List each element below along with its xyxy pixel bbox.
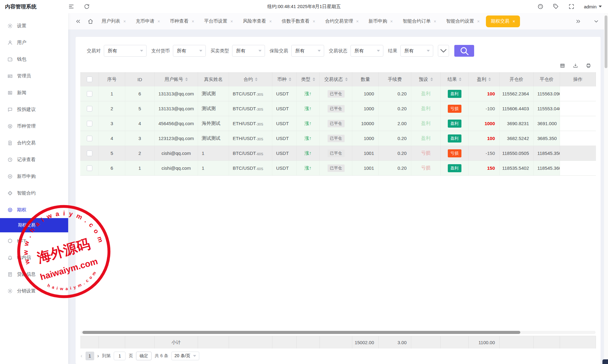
vertical-scrollbar-thumb[interactable] [605, 15, 607, 68]
column-header-status[interactable]: 交易状态 [320, 72, 352, 86]
confirm-button[interactable]: 确定 [136, 352, 152, 360]
sort-icon[interactable] [345, 77, 348, 81]
sort-icon[interactable] [459, 77, 461, 81]
collapse-sidebar-icon[interactable] [68, 3, 74, 10]
tab-platform-coin[interactable]: 平台币设置× [199, 15, 238, 27]
column-header-profit[interactable]: 盈利 [469, 72, 500, 86]
prev-page-button[interactable]: ‹ [81, 353, 82, 359]
column-header-account[interactable]: 用户账号 [155, 72, 198, 86]
admin-dropdown[interactable]: admin [584, 4, 602, 9]
sidebar-item-new-coin[interactable]: 新币申购 [0, 168, 68, 185]
close-tab-icon[interactable]: × [123, 19, 126, 24]
sidebar-item-news[interactable]: 新闻 [0, 84, 68, 101]
sort-icon[interactable] [185, 77, 188, 81]
back-to-top-corner[interactable] [602, 359, 608, 364]
tab-multiplier-view[interactable]: 倍数手数查看× [277, 15, 320, 27]
sidebar-item-users[interactable]: 用户 [0, 34, 68, 51]
sort-icon[interactable] [488, 77, 491, 81]
row-checkbox[interactable] [87, 136, 92, 141]
horizontal-scrollbar-thumb[interactable] [82, 331, 520, 334]
tabs-menu-icon[interactable] [593, 18, 599, 24]
sidebar-item-coin-manage[interactable]: 币种管理 [0, 118, 68, 134]
tab-option-trade[interactable]: 期权交易× [486, 15, 520, 27]
account-cell: 123123@qq.com [158, 136, 194, 141]
currency-cell: USDT [276, 121, 289, 126]
page-size-select[interactable]: 20 条/页 [171, 352, 199, 360]
page-jump-input[interactable]: 1 [114, 352, 126, 360]
sidebar-item-admin[interactable]: 管理员 [0, 68, 68, 84]
column-header-type[interactable]: 类型 [297, 72, 320, 86]
tab-contract-manage[interactable]: 合约交易管理× [320, 15, 363, 27]
filter-select-trade-type[interactable]: 所有 [232, 45, 265, 57]
column-header-contract[interactable]: 合约 [229, 72, 272, 86]
row-checkbox[interactable] [87, 106, 92, 112]
page-number-button[interactable]: 1 [86, 352, 94, 360]
fullscreen-icon[interactable] [568, 3, 575, 10]
close-tab-icon[interactable]: × [390, 19, 393, 24]
close-tab-icon[interactable]: × [477, 19, 480, 24]
sidebar-item-loan[interactable]: 贷款信息 [0, 266, 68, 283]
filter-select-pair[interactable]: 所有 [104, 45, 147, 57]
tabs-scroll-left-icon[interactable] [75, 18, 81, 24]
horizontal-scrollbar[interactable] [81, 331, 596, 334]
tab-coin-view[interactable]: 币种查看× [165, 15, 199, 27]
column-settings-icon[interactable] [560, 63, 565, 68]
vertical-scrollbar[interactable] [604, 13, 608, 364]
fee-cell: 0.20 [398, 151, 407, 156]
close-tab-icon[interactable]: × [231, 19, 233, 24]
close-tab-icon[interactable]: × [192, 19, 194, 24]
row-checkbox[interactable] [87, 121, 92, 126]
sidebar-subitem-option-trade[interactable]: 期权交易 [0, 218, 68, 232]
close-tab-icon[interactable]: × [269, 19, 272, 24]
close-tab-icon[interactable]: × [356, 19, 359, 24]
tab-smart-settings[interactable]: 智能合约设置× [441, 15, 485, 27]
filter-select-result[interactable]: 所有 [400, 45, 433, 57]
select-all-checkbox[interactable] [87, 77, 92, 82]
sidebar-item-smart-contract[interactable]: 智能合约 [0, 185, 68, 201]
filter-select-trade-status[interactable]: 所有 [350, 45, 383, 57]
row-checkbox[interactable] [87, 165, 92, 171]
filter-select-insurance[interactable]: 所有 [291, 45, 324, 57]
sidebar-item-wallet[interactable]: 钱包 [0, 51, 68, 68]
next-page-button[interactable]: › [97, 353, 99, 359]
tag-icon[interactable] [553, 3, 559, 10]
print-icon[interactable] [586, 63, 591, 68]
search-button[interactable] [454, 45, 474, 57]
tab-new-coin[interactable]: 新币申购× [363, 15, 398, 27]
sort-icon[interactable] [430, 77, 433, 81]
sidebar-item-option[interactable]: 期权 [0, 201, 68, 218]
column-header-result[interactable]: 结果 [441, 72, 469, 86]
sort-icon[interactable] [313, 77, 315, 81]
row-checkbox[interactable] [87, 151, 92, 156]
sidebar-item-settings[interactable]: 设置 [0, 17, 68, 34]
filter-select-pay-currency[interactable]: 所有 [173, 45, 206, 57]
close-tab-icon[interactable]: × [434, 19, 436, 24]
tab-deposit-request[interactable]: 充币申请× [131, 15, 165, 27]
row-checkbox[interactable] [87, 91, 92, 97]
refresh-icon[interactable] [84, 3, 90, 10]
theme-palette-icon[interactable] [537, 3, 544, 10]
sidebar-item-feedback[interactable]: 投拆建议 [0, 101, 68, 118]
tabs-scroll-right-icon[interactable] [575, 18, 581, 24]
column-header-preset[interactable]: 预设 [411, 72, 441, 86]
sort-icon[interactable] [255, 77, 258, 81]
sidebar-item-contract-trade[interactable]: 合约交易 [0, 134, 68, 151]
sort-icon[interactable] [289, 77, 291, 81]
column-header-currency[interactable]: 币种 [272, 72, 297, 86]
column-header-label: 预设 [419, 77, 428, 82]
sidebar-item-message[interactable]: 站内信 [0, 249, 68, 266]
tab-smart-orders[interactable]: 智能合约订单× [398, 15, 441, 27]
fee-cell: 2.00 [398, 121, 407, 126]
tab-risk-rate[interactable]: 风险率查看× [238, 15, 277, 27]
sidebar-item-nft[interactable]: NFT [0, 232, 68, 249]
export-icon[interactable] [573, 63, 578, 68]
close-tab-icon[interactable]: × [513, 19, 515, 24]
more-filters-button[interactable] [438, 45, 449, 57]
sidebar-item-distribution[interactable]: 分销设置 [0, 283, 68, 299]
home-icon[interactable] [87, 18, 94, 24]
tab-users-list[interactable]: 用户列表× [97, 15, 131, 27]
table-body: 16131313@qq.com测试测BTC/USDT-30SUSDT涨↑已平仓1… [80, 86, 596, 176]
sidebar-item-records[interactable]: 记录查看 [0, 151, 68, 168]
close-tab-icon[interactable]: × [313, 19, 315, 24]
close-tab-icon[interactable]: × [157, 19, 160, 24]
